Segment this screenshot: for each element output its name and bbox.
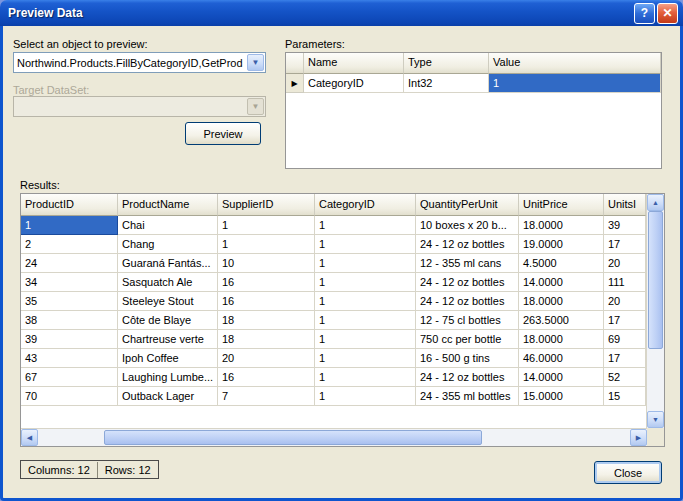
table-cell[interactable]: 18 xyxy=(218,330,315,349)
scroll-down-icon[interactable]: ▼ xyxy=(647,411,664,428)
close-window-button[interactable]: ✕ xyxy=(657,3,678,24)
scroll-up-icon[interactable]: ▲ xyxy=(647,194,664,211)
table-cell[interactable]: 67 xyxy=(21,368,118,387)
table-cell[interactable]: 24 - 12 oz bottles xyxy=(416,292,519,311)
table-cell[interactable]: 35 xyxy=(21,292,118,311)
table-cell[interactable]: 12 - 355 ml cans xyxy=(416,254,519,273)
table-cell[interactable]: 17 xyxy=(604,311,646,330)
results-column-header[interactable]: UnitsI xyxy=(604,194,646,216)
table-cell[interactable]: 18 xyxy=(218,311,315,330)
results-column-header[interactable]: ProductName xyxy=(118,194,218,216)
horizontal-scroll-thumb[interactable] xyxy=(104,430,482,445)
table-cell[interactable]: 16 - 500 g tins xyxy=(416,349,519,368)
table-cell[interactable]: 19.0000 xyxy=(519,235,604,254)
table-cell[interactable]: 1 xyxy=(21,216,118,235)
table-cell[interactable]: 52 xyxy=(604,368,646,387)
table-cell[interactable]: 39 xyxy=(604,216,646,235)
table-cell[interactable]: 24 - 12 oz bottles xyxy=(416,273,519,292)
table-cell[interactable]: 20 xyxy=(604,292,646,311)
horizontal-scroll-track[interactable] xyxy=(38,429,630,446)
table-cell[interactable]: 17 xyxy=(604,349,646,368)
parameters-column-header[interactable]: Name xyxy=(304,53,404,74)
table-cell[interactable]: 43 xyxy=(21,349,118,368)
help-button[interactable]: ? xyxy=(634,3,655,24)
table-cell[interactable]: 18.0000 xyxy=(519,216,604,235)
table-cell[interactable]: 46.0000 xyxy=(519,349,604,368)
titlebar[interactable]: Preview Data ? ✕ xyxy=(0,0,683,26)
scroll-left-icon[interactable]: ◀ xyxy=(21,429,38,446)
table-cell[interactable]: 69 xyxy=(604,330,646,349)
table-cell[interactable]: 18.0000 xyxy=(519,292,604,311)
table-cell[interactable]: 16 xyxy=(218,273,315,292)
results-column-header[interactable]: QuantityPerUnit xyxy=(416,194,519,216)
table-cell[interactable]: 10 xyxy=(218,254,315,273)
table-cell[interactable]: 14.0000 xyxy=(519,273,604,292)
parameters-column-header[interactable]: Value xyxy=(489,53,661,74)
table-cell[interactable]: Ipoh Coffee xyxy=(118,349,218,368)
table-cell[interactable]: 1 xyxy=(315,387,416,406)
table-cell[interactable]: 1 xyxy=(315,273,416,292)
horizontal-scrollbar[interactable]: ◀ ▶ xyxy=(21,428,647,446)
table-cell[interactable]: Chartreuse verte xyxy=(118,330,218,349)
table-cell[interactable]: 24 xyxy=(21,254,118,273)
table-cell[interactable]: Chang xyxy=(118,235,218,254)
results-column-header[interactable]: CategoryID xyxy=(315,194,416,216)
table-cell[interactable]: 263.5000 xyxy=(519,311,604,330)
table-cell[interactable]: 4.5000 xyxy=(519,254,604,273)
table-cell[interactable]: 70 xyxy=(21,387,118,406)
scroll-right-icon[interactable]: ▶ xyxy=(630,429,647,446)
table-cell[interactable]: 12 - 75 cl bottles xyxy=(416,311,519,330)
table-cell[interactable]: 111 xyxy=(604,273,646,292)
param-name-cell[interactable]: CategoryID xyxy=(304,74,404,93)
table-cell[interactable]: 20 xyxy=(218,349,315,368)
table-cell[interactable]: 1 xyxy=(315,368,416,387)
table-cell[interactable]: 16 xyxy=(218,368,315,387)
chevron-down-icon[interactable]: ▼ xyxy=(247,54,264,71)
table-cell[interactable]: 7 xyxy=(218,387,315,406)
vertical-scroll-thumb[interactable] xyxy=(648,211,663,349)
table-cell[interactable]: 1 xyxy=(315,216,416,235)
table-cell[interactable]: 34 xyxy=(21,273,118,292)
table-cell[interactable]: Côte de Blaye xyxy=(118,311,218,330)
vertical-scrollbar[interactable]: ▲ ▼ xyxy=(646,194,664,428)
table-cell[interactable]: Steeleye Stout xyxy=(118,292,218,311)
table-cell[interactable]: 1 xyxy=(315,330,416,349)
table-cell[interactable]: 750 cc per bottle xyxy=(416,330,519,349)
table-cell[interactable]: 15.0000 xyxy=(519,387,604,406)
close-button[interactable]: Close xyxy=(594,461,662,484)
table-cell[interactable]: 1 xyxy=(218,216,315,235)
table-cell[interactable]: 24 - 355 ml bottles xyxy=(416,387,519,406)
table-cell[interactable]: Guaraná Fantás... xyxy=(118,254,218,273)
table-cell[interactable]: 1 xyxy=(315,292,416,311)
table-cell[interactable]: 10 boxes x 20 b... xyxy=(416,216,519,235)
table-cell[interactable]: 1 xyxy=(218,235,315,254)
table-cell[interactable]: 39 xyxy=(21,330,118,349)
row-selector-cell[interactable]: ▶ xyxy=(286,74,304,93)
table-cell[interactable]: 24 - 12 oz bottles xyxy=(416,235,519,254)
table-cell[interactable]: 14.0000 xyxy=(519,368,604,387)
table-cell[interactable]: Sasquatch Ale xyxy=(118,273,218,292)
results-column-header[interactable]: ProductID xyxy=(21,194,118,216)
object-picker-combobox[interactable]: Northwind.Products.FillByCategoryID,GetP… xyxy=(13,52,266,73)
param-type-cell[interactable]: Int32 xyxy=(404,74,489,93)
table-cell[interactable]: 18.0000 xyxy=(519,330,604,349)
table-cell[interactable]: 2 xyxy=(21,235,118,254)
table-cell[interactable]: Outback Lager xyxy=(118,387,218,406)
table-cell[interactable]: 38 xyxy=(21,311,118,330)
preview-button[interactable]: Preview xyxy=(185,122,261,145)
table-cell[interactable]: 24 - 12 oz bottles xyxy=(416,368,519,387)
table-cell[interactable]: 17 xyxy=(604,235,646,254)
table-cell[interactable]: 1 xyxy=(315,235,416,254)
vertical-scroll-track[interactable] xyxy=(647,211,664,411)
table-cell[interactable]: 1 xyxy=(315,311,416,330)
table-cell[interactable]: 20 xyxy=(604,254,646,273)
table-cell[interactable]: 16 xyxy=(218,292,315,311)
table-cell[interactable]: 1 xyxy=(315,349,416,368)
table-cell[interactable]: 1 xyxy=(315,254,416,273)
table-cell[interactable]: Laughing Lumbe... xyxy=(118,368,218,387)
results-column-header[interactable]: SupplierID xyxy=(218,194,315,216)
results-column-header[interactable]: UnitPrice xyxy=(519,194,604,216)
table-cell[interactable]: Chai xyxy=(118,216,218,235)
param-value-cell[interactable]: 1 xyxy=(489,74,661,93)
table-cell[interactable]: 15 xyxy=(604,387,646,406)
